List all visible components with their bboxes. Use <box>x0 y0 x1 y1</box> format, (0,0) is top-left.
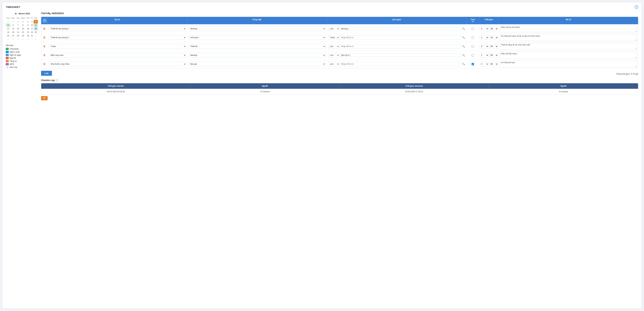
calendar-day[interactable]: 21 <box>16 31 20 34</box>
calendar-day[interactable]: 1 <box>34 34 38 38</box>
related-search-input[interactable] <box>340 62 461 66</box>
calendar-day[interactable]: 30 <box>26 34 30 38</box>
work-select[interactable]: Meeting <box>188 53 326 58</box>
desc-textarea[interactable]: Lên bảng báo giá <box>500 61 637 67</box>
calendar-day[interactable]: 25 <box>34 31 38 34</box>
related-type-select[interactable]: Lịch <box>328 62 339 66</box>
calendar-day[interactable]: 27 <box>10 20 16 24</box>
calendar-day[interactable]: 1 <box>20 20 26 24</box>
help-icon[interactable]: ? <box>635 5 638 9</box>
delete-row-button[interactable]: 🗑 <box>43 45 46 48</box>
minutes-select[interactable]: 00 <box>489 62 498 66</box>
hours-select[interactable]: 1 <box>480 35 488 40</box>
overtime-checkbox[interactable] <box>472 54 474 57</box>
calendar-day[interactable]: 20 <box>10 31 16 34</box>
calendar-day[interactable]: 18 <box>34 27 38 31</box>
related-search-button[interactable]: 🔍 <box>462 45 465 48</box>
calendar-day[interactable]: 12 <box>6 27 10 31</box>
project-select[interactable]: Điện máy xanh <box>49 53 186 58</box>
hours-select[interactable]: 2 <box>480 27 488 31</box>
related-type-select[interactable]: Lịch <box>328 27 339 31</box>
calendar-day[interactable]: 6 <box>26 38 30 41</box>
calendar-day[interactable]: 8 <box>20 24 26 27</box>
related-search-button[interactable]: 🔍 <box>462 62 465 66</box>
work-select[interactable]: Báo giá <box>188 62 326 66</box>
add-row-button[interactable]: + <box>42 19 47 23</box>
calendar-day[interactable]: 27 <box>10 34 16 38</box>
related-search-input[interactable] <box>340 44 461 49</box>
th-project: Dự án <box>48 17 187 24</box>
related-type-select[interactable]: Ticket <box>328 35 339 40</box>
project-select[interactable]: Thiết kế văn phòng F... <box>49 35 186 40</box>
hours-select[interactable]: 3 <box>480 44 488 49</box>
related-tag-remove-button[interactable]: × <box>350 54 351 56</box>
project-select[interactable]: Tosiko <box>49 44 186 49</box>
work-select[interactable]: Kế hoạch <box>188 35 326 40</box>
calendar-day[interactable]: 3 <box>10 38 16 41</box>
calendar-day[interactable]: 14 <box>16 27 20 31</box>
ot-button[interactable]: OT <box>41 96 48 100</box>
delete-row-button[interactable]: 🗑 <box>43 54 46 57</box>
related-search-input[interactable] <box>340 36 461 40</box>
calendar-day[interactable]: 26 <box>6 20 10 24</box>
desc-textarea[interactable]: Lên bảng kế hoạch sơ bộ và gửi cho khách… <box>500 34 637 41</box>
delete-row-button[interactable]: 🗑 <box>43 62 46 66</box>
calendar-day[interactable]: 23 <box>26 31 30 34</box>
calendar-day[interactable]: 15 <box>20 27 26 31</box>
desc-textarea[interactable]: Thiết kế bảng vẽ 3D, phối cảnh mẫu <box>500 43 637 50</box>
calendar-day[interactable]: 5 <box>20 38 26 41</box>
overtime-checkbox[interactable] <box>472 28 474 30</box>
hours-select[interactable]: 1 <box>480 53 488 58</box>
delete-row-button[interactable]: 🗑 <box>43 27 46 31</box>
calendar-day[interactable]: 22 <box>20 31 26 34</box>
minutes-select[interactable]: 30 <box>489 27 498 31</box>
overtime-checkbox[interactable] <box>472 37 474 39</box>
calendar-day[interactable]: 4 <box>34 20 38 24</box>
related-type-select[interactable]: Lịch <box>328 53 339 58</box>
calendar-day[interactable]: 11 <box>34 24 38 27</box>
related-tag-remove-button[interactable]: × <box>348 28 350 30</box>
calendar-day[interactable]: 19 <box>6 31 10 34</box>
calendar-day[interactable]: 6 <box>10 24 16 27</box>
calendar-day[interactable]: 4 <box>16 38 20 41</box>
calendar-day[interactable]: 9 <box>26 24 30 27</box>
save-button[interactable]: Lưu <box>41 71 52 76</box>
calendar-day[interactable]: 13 <box>10 27 16 31</box>
minutes-select[interactable]: 00 <box>489 53 498 58</box>
calendar-day[interactable]: 17 <box>30 27 34 31</box>
calendar-day[interactable]: 7 <box>16 24 20 27</box>
calendar-day[interactable]: 5 <box>6 24 10 27</box>
calendar-day[interactable]: 10 <box>30 24 34 27</box>
calendar-day[interactable]: 28 <box>16 20 20 24</box>
calendar-day[interactable]: 24 <box>30 31 34 34</box>
calendar-day[interactable]: 31 <box>30 34 34 38</box>
desc-textarea[interactable]: Khảo sát yêu cầu khách <box>500 25 637 32</box>
calendar-prev-button[interactable]: ◀ <box>14 12 17 15</box>
calendar-day[interactable]: 26 <box>6 34 10 38</box>
work-select[interactable]: Thiết kế <box>188 44 326 49</box>
hours-select[interactable]: 2 <box>480 62 488 66</box>
calendar-day[interactable]: 28 <box>16 34 20 38</box>
calendar-day[interactable]: 3 <box>30 20 34 24</box>
checkin-info-icon[interactable]: i <box>56 79 58 82</box>
minutes-select[interactable]: 15 <box>489 35 498 40</box>
calendar-day[interactable]: 7 <box>30 38 34 41</box>
calendar-day[interactable]: 16 <box>26 27 30 31</box>
project-select[interactable]: Thiết kế văn phòng F... <box>49 27 186 31</box>
calendar-day[interactable]: 2 <box>26 20 30 24</box>
project-select[interactable]: Nhà thuốc Long Châu <box>49 62 186 66</box>
minutes-select[interactable]: 00 <box>489 44 498 49</box>
overtime-cell <box>466 62 479 66</box>
calendar-day[interactable]: 2 <box>6 38 10 41</box>
related-type-select[interactable]: Lịch <box>328 44 339 49</box>
related-search-button[interactable]: 🔍 <box>462 54 465 57</box>
calendar-day[interactable]: 8 <box>34 38 38 41</box>
related-search-button[interactable]: 🔍 <box>462 36 465 39</box>
desc-textarea[interactable]: Khảo sát hiện trạng <box>500 52 637 59</box>
calendar-day[interactable]: 29 <box>20 34 26 38</box>
delete-row-button[interactable]: 🗑 <box>43 36 46 39</box>
overtime-checkbox[interactable] <box>472 45 474 48</box>
related-search-button[interactable]: 🔍 <box>462 27 465 30</box>
overtime-checkbox[interactable] <box>472 63 474 65</box>
work-select[interactable]: Meeting <box>188 27 326 31</box>
